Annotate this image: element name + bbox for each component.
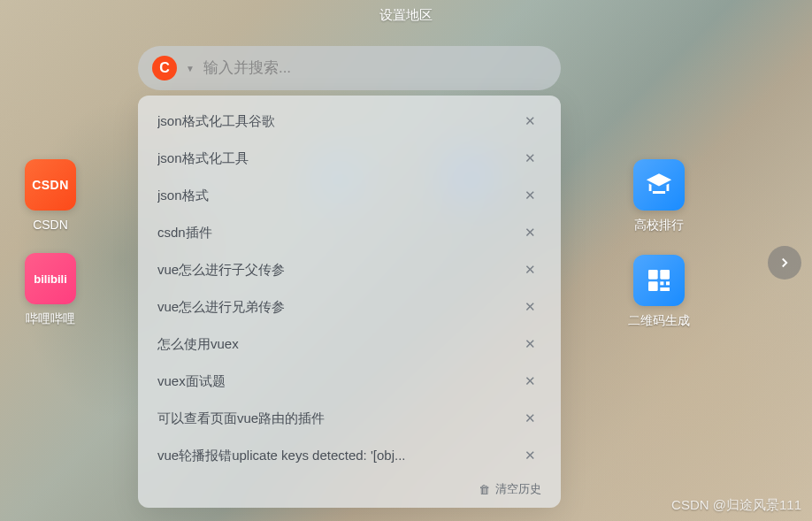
close-icon[interactable]: ✕ <box>519 186 541 205</box>
suggestions-panel: json格式化工具谷歌 ✕ json格式化工具 ✕ json格式 ✕ csdn插… <box>138 96 561 508</box>
suggestion-item[interactable]: json格式化工具谷歌 ✕ <box>138 103 561 140</box>
search-container: C ▼ json格式化工具谷歌 ✕ json格式化工具 ✕ json格式 ✕ c… <box>138 46 561 508</box>
shortcut-bilibili[interactable]: bilibili 哔哩哔哩 <box>25 253 76 327</box>
bilibili-icon: bilibili <box>25 253 76 304</box>
svg-rect-2 <box>648 281 658 291</box>
close-icon[interactable]: ✕ <box>519 111 541 131</box>
svg-rect-3 <box>660 281 663 285</box>
qr-icon <box>633 255 685 306</box>
suggestion-text: csdn插件 <box>157 225 212 241</box>
chevron-right-icon <box>777 255 793 271</box>
suggestion-text: json格式化工具谷歌 <box>157 113 275 130</box>
svg-rect-4 <box>666 281 670 285</box>
suggestion-item[interactable]: 可以查看页面vue路由的插件 ✕ <box>138 400 561 437</box>
suggestion-item[interactable]: vue轮播报错uplicate keys detected: '[obj... … <box>138 437 561 474</box>
shortcut-csdn[interactable]: CSDN CSDN <box>25 159 76 232</box>
suggestion-item[interactable]: vue怎么进行兄弟传参 ✕ <box>138 288 561 326</box>
suggestion-item[interactable]: vuex面试题 ✕ <box>138 363 561 400</box>
shortcuts-right-column: 高校排行 二维码生成 <box>628 159 690 329</box>
suggestion-text: json格式化工具 <box>157 150 249 167</box>
suggestion-text: vue轮播报错uplicate keys detected: '[obj... <box>157 448 406 464</box>
close-icon[interactable]: ✕ <box>519 149 541 168</box>
suggestion-item[interactable]: vue怎么进行子父传参 ✕ <box>138 251 561 288</box>
shortcut-label: CSDN <box>33 218 68 232</box>
shortcut-label: 高校排行 <box>634 218 684 234</box>
shortcut-school-rank[interactable]: 高校排行 <box>628 159 690 234</box>
suggestion-text: vuex面试题 <box>157 373 226 390</box>
suggestion-item[interactable]: json格式化工具 ✕ <box>138 140 561 177</box>
csdn-icon: CSDN <box>25 159 76 211</box>
suggestion-text: 可以查看页面vue路由的插件 <box>157 410 325 427</box>
svg-rect-1 <box>660 270 670 280</box>
engine-dropdown-icon[interactable]: ▼ <box>186 64 195 73</box>
school-icon <box>633 159 685 211</box>
trash-icon: 🗑 <box>479 483 490 496</box>
header-title: 设置地区 <box>0 7 812 24</box>
shortcut-label: 哔哩哔哩 <box>26 311 75 327</box>
suggestion-item[interactable]: json格式 ✕ <box>138 177 561 214</box>
clear-history-label: 清空历史 <box>495 481 541 497</box>
svg-rect-0 <box>648 270 658 280</box>
close-icon[interactable]: ✕ <box>519 334 541 354</box>
close-icon[interactable]: ✕ <box>519 409 541 428</box>
suggestion-text: vue怎么进行子父传参 <box>157 262 285 279</box>
close-icon[interactable]: ✕ <box>519 446 541 465</box>
suggestion-item[interactable]: 怎么使用vuex ✕ <box>138 326 561 363</box>
suggestion-text: vue怎么进行兄弟传参 <box>157 299 285 316</box>
shortcut-label: 二维码生成 <box>628 313 690 329</box>
close-icon[interactable]: ✕ <box>519 260 541 280</box>
watermark: CSDN @归途风景111 <box>671 497 801 514</box>
suggestion-item[interactable]: csdn插件 ✕ <box>138 214 561 251</box>
search-engine-logo[interactable]: C <box>152 56 177 80</box>
nav-right-button[interactable] <box>768 246 801 280</box>
suggestion-text: 怎么使用vuex <box>157 336 239 353</box>
search-input[interactable] <box>203 59 547 77</box>
shortcut-qr-gen[interactable]: 二维码生成 <box>628 255 690 329</box>
search-bar: C ▼ <box>138 46 561 90</box>
clear-history-button[interactable]: 🗑 清空历史 <box>138 474 561 501</box>
shortcuts-left-column: CSDN CSDN bilibili 哔哩哔哩 <box>25 159 76 327</box>
close-icon[interactable]: ✕ <box>519 297 541 317</box>
suggestion-text: json格式 <box>157 188 209 204</box>
close-icon[interactable]: ✕ <box>519 372 541 391</box>
svg-rect-5 <box>660 287 670 291</box>
close-icon[interactable]: ✕ <box>519 223 541 242</box>
